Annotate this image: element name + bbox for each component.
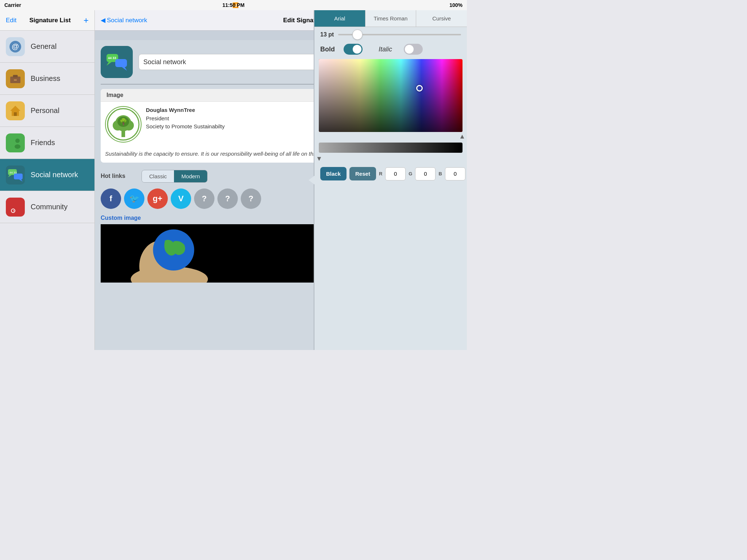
vimeo-icon[interactable]: V <box>171 188 191 209</box>
sidebar-item-social-network[interactable]: 44 33 Social network <box>0 159 94 191</box>
font-tab-times-roman[interactable]: Times Roman <box>365 10 417 27</box>
italic-toggle[interactable] <box>404 44 423 55</box>
back-button[interactable]: ◀ Social network <box>101 16 147 24</box>
font-size-row: 13 pt <box>314 27 467 42</box>
svg-point-8 <box>15 139 20 143</box>
sidebar-title: Signature List <box>29 17 70 24</box>
people-icon <box>6 133 25 152</box>
g-label: G <box>409 171 412 176</box>
sidebar-item-label: General <box>31 42 57 51</box>
tree-image[interactable]: 🌳 <box>105 106 142 143</box>
svg-text:44  33: 44 33 <box>108 56 116 60</box>
font-tab-cursive[interactable]: Cursive <box>416 10 467 27</box>
color-gradient-picker[interactable] <box>319 59 462 132</box>
google-plus-icon[interactable]: g+ <box>147 188 168 209</box>
back-label: Social network <box>107 17 147 24</box>
black-button[interactable]: Black <box>320 167 347 180</box>
status-bar: Carrier 📶 11:50 PM 100% <box>0 0 467 10</box>
carrier-label: Carrier <box>4 2 21 8</box>
color-nav-arrows: ▲ <box>314 132 467 141</box>
sidebar: Edit Signature List + @ General Business <box>0 10 95 350</box>
svg-text:@: @ <box>12 42 19 50</box>
sidebar-item-label: Friends <box>31 139 55 147</box>
svg-text:44  33: 44 33 <box>9 171 17 174</box>
font-size-slider[interactable] <box>338 34 461 35</box>
rgb-row: Black Reset R G B <box>314 164 467 183</box>
battery-label: 100% <box>449 2 462 8</box>
r-input[interactable] <box>385 167 406 180</box>
sidebar-item-business[interactable]: Business <box>0 63 94 95</box>
sidebar-item-label: Personal <box>31 106 59 115</box>
classic-button[interactable]: Classic <box>142 170 174 182</box>
facebook-icon[interactable]: f <box>101 188 121 209</box>
contact-org: Society to Promote Sustainabilty <box>146 122 225 131</box>
brightness-bar[interactable] <box>319 143 462 153</box>
back-arrow-icon: ◀ <box>101 16 105 24</box>
unknown-icon-1[interactable]: ? <box>194 188 214 209</box>
panel-arrow <box>309 176 314 184</box>
svg-point-10 <box>15 144 20 149</box>
color-panel: Arial Times Roman Cursive 13 pt Bold Ita… <box>314 10 467 350</box>
r-label: R <box>379 171 382 176</box>
reset-button[interactable]: Reset <box>349 167 376 180</box>
contact-info: Douglas WynnTree President Society to Pr… <box>146 106 225 131</box>
sidebar-header: Edit Signature List + <box>0 10 94 31</box>
general-icon: @ <box>6 37 25 56</box>
g-input[interactable] <box>415 167 436 180</box>
chat-icon: 44 33 <box>6 166 25 184</box>
rgb-group: R G B <box>379 167 465 180</box>
twitter-icon[interactable]: 🐦 <box>124 188 144 209</box>
down-arrow-container: ▼ <box>314 154 467 164</box>
svg-rect-14 <box>14 174 23 179</box>
hot-links-label: Hot links <box>101 173 137 179</box>
signature-icon: 44 33 <box>101 46 133 78</box>
sidebar-item-label: Community <box>31 203 67 211</box>
svg-rect-4 <box>14 79 17 81</box>
sidebar-item-label: Social network <box>31 171 78 179</box>
brightness-container <box>319 143 462 153</box>
svg-rect-22 <box>115 59 127 67</box>
sidebar-item-general[interactable]: @ General <box>0 31 94 63</box>
bold-label: Bold <box>320 46 335 53</box>
bold-toggle[interactable] <box>344 44 363 55</box>
edit-button[interactable]: Edit <box>6 17 16 24</box>
time-label: 11:50 PM <box>222 2 245 8</box>
b-label: B <box>438 171 442 176</box>
modern-button[interactable]: Modern <box>174 170 207 182</box>
contact-name: Douglas WynnTree <box>146 106 225 114</box>
sidebar-item-personal[interactable]: Personal <box>0 95 94 127</box>
sidebar-item-label: Business <box>31 74 60 83</box>
font-tab-arial[interactable]: Arial <box>314 10 365 27</box>
heart-icon: + <box>6 198 25 217</box>
contact-title: President <box>146 114 225 123</box>
font-size-label: 13 pt <box>320 31 334 38</box>
font-tabs: Arial Times Roman Cursive <box>314 10 467 27</box>
b-input[interactable] <box>445 167 465 180</box>
bold-italic-row: Bold Italic <box>314 42 467 59</box>
unknown-icon-3[interactable]: ? <box>241 188 261 209</box>
svg-rect-6 <box>14 112 17 116</box>
unknown-icon-2[interactable]: ? <box>217 188 238 209</box>
svg-point-7 <box>11 139 15 143</box>
briefcase-icon <box>6 69 25 88</box>
down-arrow-icon[interactable]: ▼ <box>316 155 322 163</box>
italic-label: Italic <box>379 46 392 53</box>
svg-text:+: + <box>13 209 15 213</box>
color-cursor <box>416 85 423 92</box>
sidebar-item-friends[interactable]: Friends <box>0 127 94 159</box>
svg-text:🌳: 🌳 <box>119 118 128 126</box>
svg-rect-3 <box>13 75 18 77</box>
sidebar-item-community[interactable]: + Community <box>0 191 94 223</box>
add-signature-button[interactable]: + <box>84 15 89 26</box>
up-arrow-icon[interactable]: ▲ <box>459 133 465 140</box>
house-icon <box>6 101 25 120</box>
hot-links-toggle[interactable]: Classic Modern <box>142 170 208 183</box>
